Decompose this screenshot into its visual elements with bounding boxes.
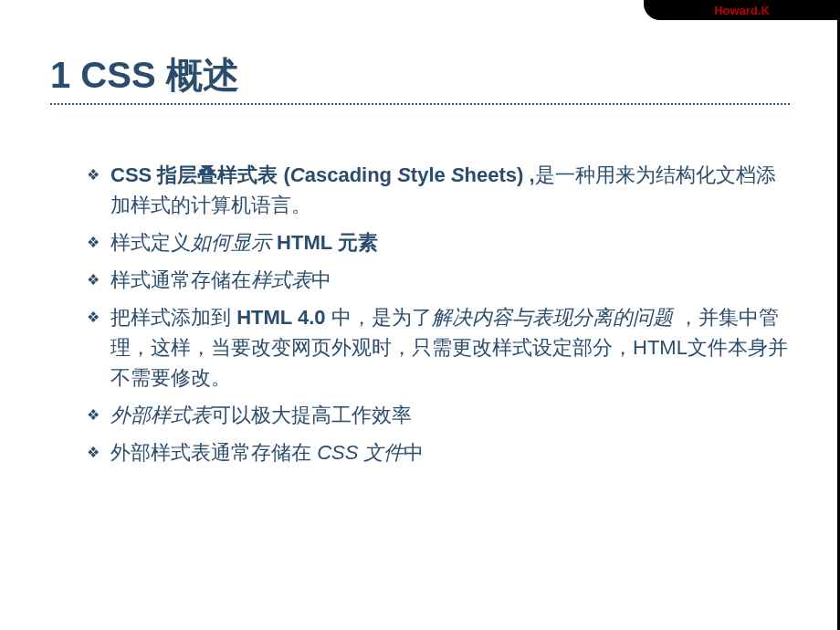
text-span: 中，是为了 [331,306,432,329]
text-span: HTML 元素 [271,231,378,254]
text-span: 外部样式表通常存储在 [110,441,317,464]
bullet-text: 样式通常存储在样式表中 [110,265,790,295]
header-strip: Howard.K [644,0,840,20]
text-span: 如何显示 [191,231,271,254]
text-span: 中 [311,268,331,291]
text-span: S [397,163,411,186]
text-span: heets) , [465,163,535,186]
diamond-bullet-icon: ❖ [87,164,100,186]
text-span: C [290,163,305,186]
text-span: 可以极大提高工作效率 [211,404,412,426]
text-span: 中 [404,441,424,464]
bullet-item: ❖ 把样式添加到 HTML 4.0 中，是为了解决内容与表现分离的问题 ，并集中… [87,302,790,393]
text-span: 把样式添加到 [110,306,236,329]
diamond-bullet-icon: ❖ [87,307,100,329]
bullet-item: ❖ CSS 指层叠样式表 (Cascading Style Sheets) ,是… [87,160,790,220]
diamond-bullet-icon: ❖ [87,442,100,464]
bullet-text: CSS 指层叠样式表 (Cascading Style Sheets) ,是一种… [110,160,790,220]
author-name: Howard.K [714,4,770,17]
text-span: CSS 指层叠样式表 ( [110,163,290,186]
diamond-bullet-icon: ❖ [87,232,100,254]
bullet-item: ❖ 外部样式表可以极大提高工作效率 [87,400,790,430]
bullet-item: ❖ 样式定义如何显示 HTML 元素 [87,227,790,257]
text-span: S [451,163,465,186]
diamond-bullet-icon: ❖ [87,269,100,291]
text-span: ascading [305,163,397,186]
bullet-item: ❖ 样式通常存储在样式表中 [87,265,790,295]
bullet-text: 外部样式表可以极大提高工作效率 [110,400,790,430]
text-span: 样式定义 [110,231,191,254]
title-underline [50,103,790,105]
text-span: 样式表 [251,268,311,291]
text-span: tyle [411,163,451,186]
text-span: 解决内容与表现分离的问题 [432,306,673,329]
bullet-text: 把样式添加到 HTML 4.0 中，是为了解决内容与表现分离的问题 ，并集中管理… [110,302,790,393]
text-span: HTML 4.0 [236,306,331,329]
text-span: 外部样式表 [110,404,211,426]
slide-title: 1 CSS 概述 [50,50,239,100]
content-area: ❖ CSS 指层叠样式表 (Cascading Style Sheets) ,是… [87,160,790,475]
bullet-text: 外部样式表通常存储在 CSS 文件中 [110,437,790,467]
text-span: 样式通常存储在 [110,268,251,291]
bullet-text: 样式定义如何显示 HTML 元素 [110,227,790,257]
text-span: CSS 文件 [317,441,404,464]
bullet-item: ❖ 外部样式表通常存储在 CSS 文件中 [87,437,790,467]
diamond-bullet-icon: ❖ [87,404,100,426]
